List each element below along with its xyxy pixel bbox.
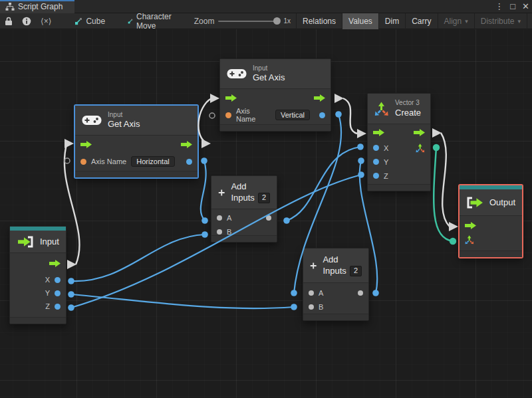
values-label: Values — [348, 17, 372, 26]
port-y[interactable] — [55, 290, 61, 296]
port-label-x: X — [384, 144, 388, 152]
node-category: Input — [108, 111, 140, 120]
port-sum[interactable] — [358, 290, 363, 296]
node-title: Output — [489, 197, 515, 207]
node-add-2[interactable]: Add Inputs 2 A B — [303, 248, 369, 321]
gamepad-icon — [82, 114, 102, 127]
param-label: Axis Name — [91, 157, 126, 165]
port-label-y: Y — [45, 289, 50, 297]
port-axis-name[interactable] — [225, 112, 231, 118]
distribute-label: Distribute — [481, 17, 515, 26]
script-graph-window: Script Graph ⋮ □ ✕ ⟨×⟩ — [0, 0, 532, 398]
flow-input-arrow[interactable] — [80, 141, 92, 148]
tab-bar: Script Graph ⋮ □ ✕ — [0, 0, 532, 13]
port-a[interactable] — [217, 215, 222, 221]
vector-input-port[interactable] — [465, 235, 474, 245]
align-label: Align — [444, 17, 462, 26]
flow-output-arrow[interactable] — [414, 129, 425, 136]
zoom-slider-handle[interactable] — [273, 17, 281, 25]
node-footer — [460, 250, 522, 257]
port-sum[interactable] — [266, 215, 271, 221]
lock-button[interactable] — [0, 13, 17, 29]
active-tab-accent — [0, 0, 74, 1]
inputs-count-input[interactable]: 2 — [258, 193, 270, 203]
graph-node-icon — [74, 17, 82, 25]
port-result[interactable] — [186, 159, 192, 165]
axis-name-input[interactable]: Vertical — [275, 110, 310, 120]
port-label-a: A — [227, 214, 231, 222]
node-title: Create — [395, 108, 421, 118]
node-category: Vector 3 — [395, 99, 421, 108]
port-label-b: B — [227, 228, 231, 236]
maximize-icon[interactable]: □ — [510, 0, 515, 13]
axis-name-input[interactable]: Horizontal — [131, 156, 175, 167]
port-y[interactable] — [373, 159, 379, 165]
output-event-icon — [466, 197, 483, 209]
port-x[interactable] — [373, 145, 379, 151]
gamepad-icon — [227, 67, 247, 80]
node-title: Add — [323, 254, 362, 265]
carry-button[interactable]: Carry — [406, 13, 438, 29]
flow-input-arrow[interactable] — [373, 129, 384, 136]
align-dropdown[interactable]: Align ▾ — [438, 13, 475, 29]
node-input-event[interactable]: Input X Y Z — [9, 226, 66, 324]
tab-script-graph[interactable]: Script Graph — [0, 0, 74, 13]
breadcrumb-character-move[interactable]: Character Move — [121, 12, 181, 31]
breadcrumb-cube[interactable]: Cube — [68, 17, 112, 26]
node-vector3-create[interactable]: Vector 3 Create X — [367, 93, 431, 191]
relations-button[interactable]: Relations — [297, 13, 342, 29]
port-label-b: B — [319, 303, 323, 311]
node-footer — [303, 314, 368, 320]
values-button[interactable]: Values — [342, 13, 379, 29]
node-title: Get Axis — [108, 119, 140, 130]
add-icon — [310, 259, 317, 272]
port-b[interactable] — [217, 229, 222, 235]
node-footer — [368, 184, 430, 191]
flow-output-arrow[interactable] — [314, 94, 325, 102]
zoom-value: 1x — [283, 17, 291, 25]
node-footer — [211, 235, 277, 242]
inputs-count-input[interactable]: 2 — [350, 266, 362, 276]
panel-menu-icon[interactable]: ⋮ — [495, 0, 503, 13]
node-get-axis-horizontal[interactable]: Input Get Axis Axis Name Horizontal — [74, 105, 198, 178]
info-button[interactable] — [17, 13, 36, 29]
info-icon — [22, 17, 31, 26]
vector3-icon — [374, 102, 389, 116]
graph-node-icon — [128, 17, 133, 25]
node-get-axis-vertical[interactable]: Input Get Axis Axis Name Vertical — [219, 58, 331, 132]
port-z[interactable] — [373, 173, 379, 179]
port-a[interactable] — [309, 290, 314, 296]
param-label: Axis Name — [236, 107, 271, 123]
vector-output-port[interactable] — [416, 144, 425, 153]
tab-title: Script Graph — [18, 2, 63, 11]
port-axis-name[interactable] — [80, 159, 86, 165]
node-add-1[interactable]: Add Inputs 2 A B — [211, 175, 277, 243]
flow-output-arrow[interactable] — [181, 141, 192, 148]
node-title: Add — [231, 181, 270, 192]
port-b[interactable] — [309, 304, 314, 310]
add-icon — [218, 186, 225, 199]
port-label-a: A — [319, 289, 323, 297]
chevron-down-icon: ▾ — [517, 18, 521, 25]
zoom-slider[interactable] — [218, 21, 279, 22]
flow-input-arrow[interactable] — [225, 94, 237, 102]
breadcrumb-label: Cube — [86, 17, 105, 26]
dim-button[interactable]: Dim — [379, 13, 406, 29]
flow-input-arrow[interactable] — [465, 222, 476, 229]
port-z[interactable] — [55, 304, 61, 310]
graph-hierarchy-icon — [5, 3, 15, 11]
code-brackets-button[interactable]: ⟨×⟩ — [36, 13, 56, 29]
port-label-x: X — [45, 276, 50, 284]
port-x[interactable] — [55, 277, 61, 283]
view-toggle-group: Relations Values Dim Carry Align ▾ Distr… — [296, 13, 532, 29]
chevron-down-icon: ▾ — [465, 18, 468, 25]
flow-output-arrow[interactable] — [49, 260, 61, 267]
port-result[interactable] — [319, 112, 325, 118]
carry-label: Carry — [412, 17, 431, 26]
close-icon[interactable]: ✕ — [522, 0, 529, 13]
overview-button[interactable]: Overview — [527, 13, 532, 29]
zoom-label: Zoom — [194, 17, 215, 26]
node-footer — [10, 317, 66, 324]
distribute-dropdown[interactable]: Distribute ▾ — [475, 13, 527, 29]
node-output-event[interactable]: Output — [459, 185, 523, 258]
